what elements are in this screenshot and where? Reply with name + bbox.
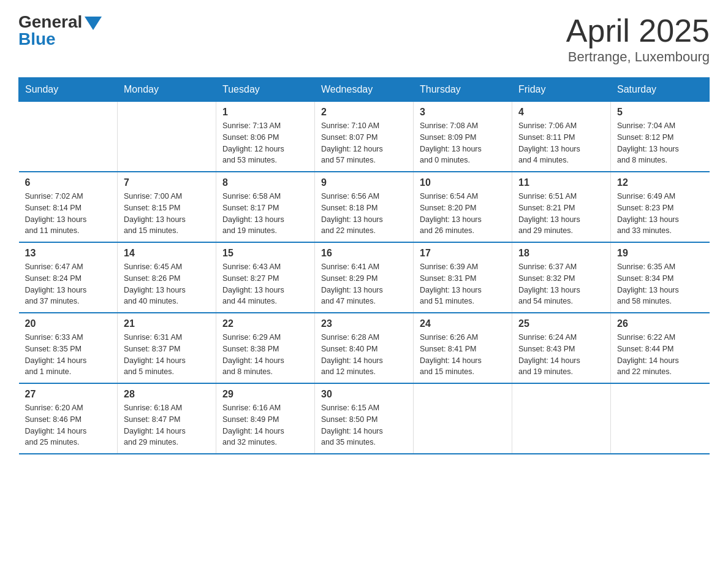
day-info: Sunrise: 6:18 AM Sunset: 8:47 PM Dayligh… <box>124 402 210 448</box>
day-info: Sunrise: 6:58 AM Sunset: 8:17 PM Dayligh… <box>222 191 308 237</box>
day-number: 26 <box>617 318 703 329</box>
day-info: Sunrise: 6:29 AM Sunset: 8:38 PM Dayligh… <box>222 332 308 378</box>
day-info: Sunrise: 6:37 AM Sunset: 8:32 PM Dayligh… <box>518 261 604 307</box>
calendar-cell: 23Sunrise: 6:28 AM Sunset: 8:40 PM Dayli… <box>315 313 414 383</box>
day-number: 5 <box>617 107 703 118</box>
day-number: 18 <box>518 248 604 259</box>
day-number: 29 <box>222 389 308 400</box>
calendar-header: SundayMondayTuesdayWednesdayThursdayFrid… <box>19 78 710 102</box>
weekday-header-friday: Friday <box>512 78 611 102</box>
day-info: Sunrise: 6:22 AM Sunset: 8:44 PM Dayligh… <box>617 332 703 378</box>
day-info: Sunrise: 7:13 AM Sunset: 8:06 PM Dayligh… <box>222 120 308 166</box>
day-number: 9 <box>321 177 407 188</box>
calendar-cell: 11Sunrise: 6:51 AM Sunset: 8:21 PM Dayli… <box>512 172 611 242</box>
day-number: 7 <box>124 177 210 188</box>
calendar-body: 1Sunrise: 7:13 AM Sunset: 8:06 PM Daylig… <box>19 102 710 454</box>
logo-blue-text: Blue <box>18 29 56 49</box>
day-info: Sunrise: 6:16 AM Sunset: 8:49 PM Dayligh… <box>222 402 308 448</box>
weekday-header-sunday: Sunday <box>19 78 118 102</box>
day-number: 22 <box>222 318 308 329</box>
calendar-cell: 8Sunrise: 6:58 AM Sunset: 8:17 PM Daylig… <box>216 172 315 242</box>
day-info: Sunrise: 6:26 AM Sunset: 8:41 PM Dayligh… <box>420 332 506 378</box>
day-info: Sunrise: 6:31 AM Sunset: 8:37 PM Dayligh… <box>124 332 210 378</box>
calendar-cell: 29Sunrise: 6:16 AM Sunset: 8:49 PM Dayli… <box>216 383 315 454</box>
calendar-cell: 1Sunrise: 7:13 AM Sunset: 8:06 PM Daylig… <box>216 102 315 172</box>
calendar-cell <box>19 102 118 172</box>
day-info: Sunrise: 7:04 AM Sunset: 8:12 PM Dayligh… <box>617 120 703 166</box>
day-number: 20 <box>25 318 112 329</box>
day-number: 19 <box>617 248 703 259</box>
calendar-cell: 9Sunrise: 6:56 AM Sunset: 8:18 PM Daylig… <box>315 172 414 242</box>
day-number: 24 <box>420 318 506 329</box>
day-info: Sunrise: 6:49 AM Sunset: 8:23 PM Dayligh… <box>617 191 703 237</box>
day-number: 21 <box>124 318 210 329</box>
calendar-cell: 6Sunrise: 7:02 AM Sunset: 8:14 PM Daylig… <box>19 172 118 242</box>
day-number: 8 <box>222 177 308 188</box>
day-number: 27 <box>25 389 112 400</box>
day-info: Sunrise: 7:06 AM Sunset: 8:11 PM Dayligh… <box>518 120 604 166</box>
calendar-cell: 5Sunrise: 7:04 AM Sunset: 8:12 PM Daylig… <box>611 102 710 172</box>
calendar-cell <box>611 383 710 454</box>
page-header: General Blue April 2025 Bertrange, Luxem… <box>18 12 710 65</box>
day-number: 15 <box>222 248 308 259</box>
day-number: 1 <box>222 107 308 118</box>
calendar-table: SundayMondayTuesdayWednesdayThursdayFrid… <box>18 77 710 454</box>
day-number: 16 <box>321 248 407 259</box>
calendar-cell: 13Sunrise: 6:47 AM Sunset: 8:24 PM Dayli… <box>19 242 118 313</box>
calendar-week-row: 27Sunrise: 6:20 AM Sunset: 8:46 PM Dayli… <box>19 383 710 454</box>
day-number: 2 <box>321 107 407 118</box>
weekday-header-thursday: Thursday <box>414 78 512 102</box>
day-info: Sunrise: 6:35 AM Sunset: 8:34 PM Dayligh… <box>617 261 703 307</box>
calendar-cell: 12Sunrise: 6:49 AM Sunset: 8:23 PM Dayli… <box>611 172 710 242</box>
day-info: Sunrise: 7:02 AM Sunset: 8:14 PM Dayligh… <box>25 191 112 237</box>
day-info: Sunrise: 7:00 AM Sunset: 8:15 PM Dayligh… <box>124 191 210 237</box>
day-info: Sunrise: 6:28 AM Sunset: 8:40 PM Dayligh… <box>321 332 407 378</box>
day-info: Sunrise: 7:10 AM Sunset: 8:07 PM Dayligh… <box>321 120 407 166</box>
day-info: Sunrise: 6:20 AM Sunset: 8:46 PM Dayligh… <box>25 402 112 448</box>
calendar-cell <box>512 383 611 454</box>
page-title: April 2025 <box>566 12 710 49</box>
day-number: 28 <box>124 389 210 400</box>
day-number: 17 <box>420 248 506 259</box>
weekday-header-saturday: Saturday <box>611 78 710 102</box>
day-info: Sunrise: 6:47 AM Sunset: 8:24 PM Dayligh… <box>25 261 112 307</box>
title-block: April 2025 Bertrange, Luxembourg <box>566 12 710 65</box>
day-info: Sunrise: 6:41 AM Sunset: 8:29 PM Dayligh… <box>321 261 407 307</box>
day-info: Sunrise: 6:24 AM Sunset: 8:43 PM Dayligh… <box>518 332 604 378</box>
day-number: 11 <box>518 177 604 188</box>
calendar-cell: 3Sunrise: 7:08 AM Sunset: 8:09 PM Daylig… <box>414 102 512 172</box>
day-number: 6 <box>25 177 112 188</box>
calendar-cell: 18Sunrise: 6:37 AM Sunset: 8:32 PM Dayli… <box>512 242 611 313</box>
logo: General Blue <box>18 12 102 49</box>
calendar-cell: 20Sunrise: 6:33 AM Sunset: 8:35 PM Dayli… <box>19 313 118 383</box>
day-info: Sunrise: 6:15 AM Sunset: 8:50 PM Dayligh… <box>321 402 407 448</box>
calendar-week-row: 6Sunrise: 7:02 AM Sunset: 8:14 PM Daylig… <box>19 172 710 242</box>
calendar-cell: 21Sunrise: 6:31 AM Sunset: 8:37 PM Dayli… <box>118 313 216 383</box>
day-number: 13 <box>25 248 112 259</box>
calendar-week-row: 1Sunrise: 7:13 AM Sunset: 8:06 PM Daylig… <box>19 102 710 172</box>
day-number: 12 <box>617 177 703 188</box>
calendar-cell: 27Sunrise: 6:20 AM Sunset: 8:46 PM Dayli… <box>19 383 118 454</box>
calendar-cell <box>118 102 216 172</box>
calendar-cell: 22Sunrise: 6:29 AM Sunset: 8:38 PM Dayli… <box>216 313 315 383</box>
day-number: 23 <box>321 318 407 329</box>
logo-triangle-icon <box>85 17 102 30</box>
calendar-cell: 30Sunrise: 6:15 AM Sunset: 8:50 PM Dayli… <box>315 383 414 454</box>
weekday-header-tuesday: Tuesday <box>216 78 315 102</box>
calendar-cell: 10Sunrise: 6:54 AM Sunset: 8:20 PM Dayli… <box>414 172 512 242</box>
calendar-cell: 16Sunrise: 6:41 AM Sunset: 8:29 PM Dayli… <box>315 242 414 313</box>
calendar-cell: 2Sunrise: 7:10 AM Sunset: 8:07 PM Daylig… <box>315 102 414 172</box>
calendar-cell <box>414 383 512 454</box>
day-info: Sunrise: 6:56 AM Sunset: 8:18 PM Dayligh… <box>321 191 407 237</box>
calendar-week-row: 20Sunrise: 6:33 AM Sunset: 8:35 PM Dayli… <box>19 313 710 383</box>
day-number: 25 <box>518 318 604 329</box>
calendar-cell: 4Sunrise: 7:06 AM Sunset: 8:11 PM Daylig… <box>512 102 611 172</box>
calendar-cell: 7Sunrise: 7:00 AM Sunset: 8:15 PM Daylig… <box>118 172 216 242</box>
calendar-cell: 14Sunrise: 6:45 AM Sunset: 8:26 PM Dayli… <box>118 242 216 313</box>
calendar-week-row: 13Sunrise: 6:47 AM Sunset: 8:24 PM Dayli… <box>19 242 710 313</box>
day-info: Sunrise: 6:39 AM Sunset: 8:31 PM Dayligh… <box>420 261 506 307</box>
day-info: Sunrise: 6:43 AM Sunset: 8:27 PM Dayligh… <box>222 261 308 307</box>
calendar-cell: 25Sunrise: 6:24 AM Sunset: 8:43 PM Dayli… <box>512 313 611 383</box>
calendar-cell: 19Sunrise: 6:35 AM Sunset: 8:34 PM Dayli… <box>611 242 710 313</box>
day-info: Sunrise: 6:51 AM Sunset: 8:21 PM Dayligh… <box>518 191 604 237</box>
